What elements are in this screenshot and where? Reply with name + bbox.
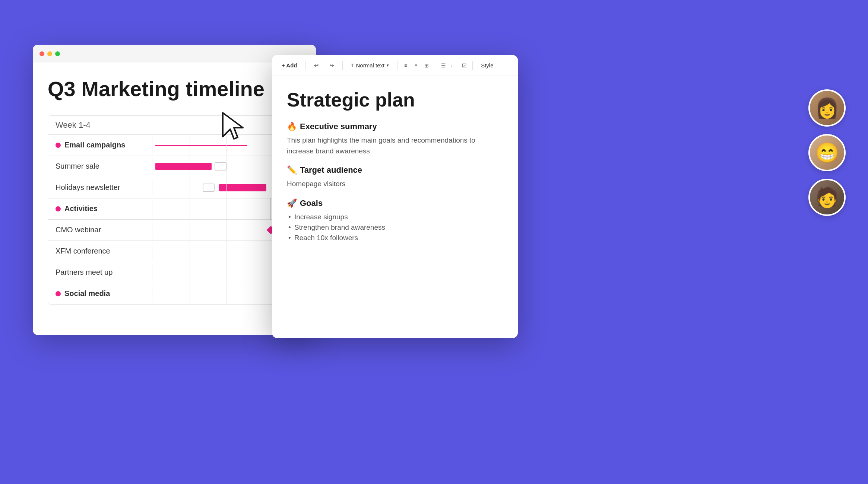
gantt-row: Summer sale [48, 156, 301, 177]
toolbar-divider [305, 61, 306, 70]
toolbar-divider [342, 61, 343, 70]
add-button[interactable]: + Add [278, 60, 301, 70]
doc-section-goals: 🚀 Goals Increase signups Strengthen bran… [287, 198, 503, 243]
gantt-row: Email campaigns [48, 135, 301, 156]
section-text: This plan highlights the main goals and … [287, 135, 503, 156]
doc-section-executive-summary: 🔥 Executive summary This plan highlights… [287, 122, 503, 156]
style-button[interactable]: Style [477, 60, 497, 70]
gantt-category-label: Activities [48, 200, 152, 217]
avatar-1[interactable]: 👩 [808, 89, 846, 127]
doc-section-target-audience: ✏️ Target audience Homepage visitors [287, 165, 503, 190]
gantt-task-label: Summer sale [48, 157, 152, 175]
gantt-task-label: Partners meet up [48, 264, 152, 281]
rocket-icon: 🚀 [287, 198, 297, 208]
grid-line [264, 283, 264, 304]
numbered-list-icon[interactable]: ≔ [450, 62, 457, 69]
list-item: Increase signups [287, 212, 503, 222]
redo-button[interactable]: ↪ [326, 60, 338, 71]
doc-window: + Add ↩ ↪ T Normal text ▾ ≡ ▾ ⊞ ☰ ≔ ☑ St… [272, 55, 518, 338]
gantt-task-label: Holidays newsletter [48, 179, 152, 196]
section-header: 🚀 Goals [287, 198, 503, 208]
align-left-icon[interactable]: ≡ [402, 62, 409, 69]
week-header: Week 1-4 [48, 116, 301, 135]
chevron-down-icon: ▾ [387, 63, 389, 68]
gantt-title: Q3 Marketing timeline [48, 77, 301, 101]
close-dot[interactable] [39, 51, 44, 56]
doc-content: Strategic plan 🔥 Executive summary This … [272, 76, 518, 338]
cursor-arrow [220, 110, 250, 145]
gantt-category-label: Email campaigns [48, 136, 152, 154]
section-header: 🔥 Executive summary [287, 122, 503, 131]
goals-list: Increase signups Strengthen brand awaren… [287, 212, 503, 243]
chevron-down-icon[interactable]: ▾ [412, 62, 420, 69]
gantt-row: Partners meet up [48, 262, 301, 283]
gantt-row: XFM conference [48, 241, 301, 262]
connector-line [270, 198, 271, 220]
avatars-container: 👩 😁 🧑 [808, 89, 846, 216]
avatar-image: 😁 [810, 136, 844, 170]
text-format-button[interactable]: T Normal text ▾ [347, 60, 393, 70]
bullet-list-icon[interactable]: ☰ [440, 62, 447, 69]
gantt-row: CMO webinar [48, 220, 301, 241]
category-dot [56, 206, 61, 211]
pencil-icon: ✏️ [287, 165, 297, 175]
gantt-bar-outline [203, 184, 215, 192]
grid-line [264, 262, 264, 283]
fire-icon: 🔥 [287, 122, 297, 131]
toolbar-divider [472, 61, 473, 70]
maximize-dot[interactable] [55, 51, 60, 56]
gantt-task-label: XFM conference [48, 242, 152, 260]
section-text: Homepage visitors [287, 179, 503, 190]
gantt-bar [219, 184, 266, 191]
avatar-image: 🧑 [810, 180, 844, 214]
avatar-image: 👩 [810, 91, 844, 125]
minimize-dot[interactable] [47, 51, 52, 56]
gantt-bar [155, 163, 212, 170]
gantt-category-label: Social media [48, 285, 152, 302]
avatar-3[interactable]: 🧑 [808, 179, 846, 216]
avatar-2[interactable]: 😁 [808, 134, 846, 171]
category-dot [56, 291, 61, 296]
grid-line [264, 241, 264, 262]
gantt-task-label: CMO webinar [48, 221, 152, 239]
text-format-t-icon: T [351, 63, 354, 68]
gantt-row: Holidays newsletter → [48, 177, 301, 198]
checklist-icon[interactable]: ☑ [460, 62, 468, 69]
gantt-table: Week 1-4 Email campaigns Summer sale [48, 115, 301, 305]
gantt-row: Activities [48, 198, 301, 220]
section-header: ✏️ Target audience [287, 165, 503, 175]
grid-line [264, 198, 264, 219]
toolbar-divider [435, 61, 435, 70]
bar-line [155, 145, 247, 146]
grid-line [264, 135, 264, 156]
list-item: Strengthen brand awareness [287, 222, 503, 233]
category-dot [56, 143, 61, 148]
grid-line [264, 220, 264, 241]
redo-icon: ↪ [329, 62, 334, 69]
doc-title: Strategic plan [287, 89, 503, 111]
undo-icon: ↩ [314, 62, 319, 69]
gantt-bar-outline [215, 162, 226, 171]
columns-icon[interactable]: ⊞ [423, 62, 430, 69]
grid-line [264, 156, 264, 177]
toolbar: + Add ↩ ↪ T Normal text ▾ ≡ ▾ ⊞ ☰ ≔ ☑ St… [272, 55, 518, 76]
undo-button[interactable]: ↩ [310, 60, 323, 71]
list-item: Reach 10x followers [287, 233, 503, 243]
gantt-row: Social media [48, 283, 301, 304]
toolbar-divider [397, 61, 397, 70]
